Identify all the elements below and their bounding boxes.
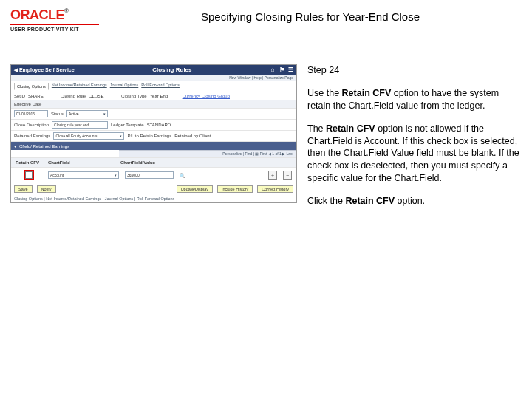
col-retain-cfv: Retain CFV (16, 160, 42, 165)
scope-label: Retained Earnings (14, 134, 50, 138)
section-retained-earnings[interactable]: Cfield/ Retained Earnings (11, 142, 296, 150)
pl-value: Retained by Client (174, 134, 211, 138)
instruction-paragraph-2: The Retain CFV option is not allowed if … (307, 123, 522, 185)
retain-cfv-checkbox[interactable] (25, 171, 33, 179)
rule-label: Closing Rule (61, 94, 86, 98)
remove-row-button[interactable]: − (283, 171, 292, 180)
app-screenshot: ◀ Employee Self Service Closing Rules ⌂ … (10, 64, 297, 203)
tab-closing-options[interactable]: Closing Options (14, 83, 49, 90)
save-button[interactable]: Save (14, 185, 33, 193)
page-title: Specifying Closing Rules for Year-End Cl… (99, 10, 522, 23)
chartfield-value-input[interactable]: 365000 (125, 171, 174, 179)
instruction-paragraph-3: Click the Retain CFV option. (307, 195, 522, 208)
setid-label: SetID (14, 94, 25, 98)
effective-date-label: Effective Date (14, 102, 41, 106)
pl-label: P/L to Retain Earnings (127, 134, 171, 138)
app-sublinks[interactable]: New Window | Help | Personalize Page (11, 75, 296, 81)
instruction-panel: Step 24 Use the Retain CFV option to hav… (307, 64, 522, 218)
tab-journal-options[interactable]: Journal Options (110, 83, 139, 90)
scope-dropdown[interactable]: Close all Equity Accounts (53, 132, 124, 140)
chartfield-dropdown[interactable]: Account (48, 171, 119, 179)
step-label: Step 24 (307, 64, 522, 77)
status-label: Status (51, 112, 64, 116)
instruction-paragraph-1: Use the Retain CFV option to have the sy… (307, 87, 522, 112)
tab-roll-forward[interactable]: Roll Forward Options (141, 83, 180, 90)
brand-suite: USER PRODUCTIVITY KIT (10, 27, 79, 32)
ledger-label: Ledger Template (111, 123, 144, 127)
group-link[interactable]: Currency Closing Group (183, 94, 230, 98)
rule-value: CLOSE (89, 94, 118, 98)
col-chartfield-value: ChartField Value (120, 160, 187, 165)
ledger-value: STANDARD (147, 123, 177, 127)
tab-strip: Closing Options Net Income/Retained Earn… (11, 81, 296, 92)
app-titlebar: ◀ Employee Self Service Closing Rules ⌂ … (11, 65, 296, 75)
brand-word: ORACLE® (10, 7, 68, 23)
app-title: Closing Rules (75, 66, 270, 73)
lookup-icon[interactable]: 🔍 (180, 173, 185, 178)
setid-value: SHARE (28, 94, 58, 98)
tab-net-income[interactable]: Net Income/Retained Earnings (52, 83, 107, 90)
back-link[interactable]: ◀ Employee Self Service (14, 67, 75, 73)
desc-input[interactable]: Closing rule year end (52, 121, 108, 129)
type-label: Closing Type (121, 94, 147, 98)
add-row-button[interactable]: + (268, 171, 277, 180)
footer-tab-links[interactable]: Closing Options | Net Income/Retained Ea… (11, 195, 296, 202)
update-display-button[interactable]: Update/Display (177, 185, 213, 193)
retain-cfv-highlight (24, 170, 34, 180)
type-value: Year End (150, 94, 180, 98)
status-dropdown[interactable]: Active (66, 110, 108, 117)
notify-button[interactable]: Notify (37, 185, 56, 193)
correct-history-button[interactable]: Correct History (257, 185, 293, 193)
desc-label: Close Description (14, 123, 49, 127)
home-icon[interactable]: ⌂ (270, 66, 276, 73)
col-chartfield: ChartField (48, 160, 115, 165)
brand-logo: ORACLE® USER PRODUCTIVITY KIT (10, 7, 99, 32)
table-row: Account 365000 🔍 + − (11, 168, 296, 183)
grid-toolbar[interactable]: Personalize | Find | ▦ First ◀ 1 of 1 ▶ … (119, 150, 296, 157)
include-history-button[interactable]: Include History (217, 185, 253, 193)
flag-icon[interactable]: ⚑ (279, 66, 284, 73)
menu-icon[interactable]: ☰ (287, 66, 293, 73)
effective-date-input[interactable]: 01/01/2015 (14, 110, 48, 117)
